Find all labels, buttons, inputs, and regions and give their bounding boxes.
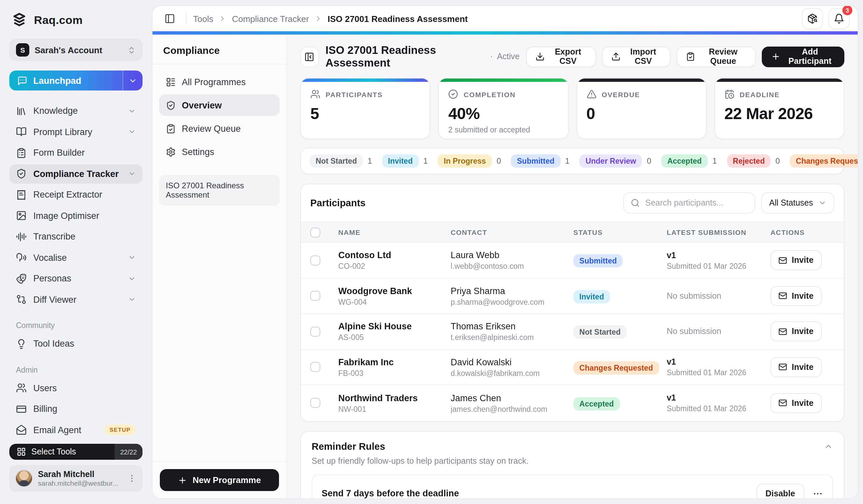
sidebar-item-receipt-extractor[interactable]: Receipt Extractor — [9, 185, 142, 204]
sidebar-item-transcribe[interactable]: Transcribe — [9, 227, 142, 246]
contact-name: Priya Sharma — [450, 286, 573, 296]
select-tools-main[interactable]: Select Tools — [9, 444, 114, 460]
export-csv-button[interactable]: Export CSV — [526, 46, 596, 67]
contact-email: l.webb@contoso.com — [450, 262, 573, 270]
sidebar-item-billing[interactable]: Billing — [9, 399, 142, 418]
sidebar-item-label: Image Optimiser — [33, 210, 136, 221]
search-input[interactable] — [645, 198, 748, 208]
sidebar-item-prompt-library[interactable]: Prompt Library — [9, 122, 142, 141]
chevron-down-icon — [818, 199, 826, 207]
status-pill: Changes Requested — [790, 154, 858, 168]
stat-value: 22 Mar 2026 — [725, 104, 835, 123]
status-summary-item[interactable]: In Progress0 — [438, 154, 501, 168]
chevron-right-icon — [314, 15, 322, 23]
select-all-checkbox[interactable] — [310, 227, 320, 237]
participant-code: AS-005 — [338, 334, 450, 342]
panel-item-settings[interactable]: Settings — [159, 141, 280, 162]
breadcrumb-compliance-tracker[interactable]: Compliance Tracker — [232, 14, 309, 24]
panel-item-all-programmes[interactable]: All Programmes — [159, 71, 280, 92]
select-tools-button[interactable]: Select Tools 22/22 — [9, 444, 142, 460]
section-admin: Admin — [9, 366, 142, 374]
table-header-row: NAME CONTACT STATUS LATEST SUBMISSION AC… — [301, 222, 844, 243]
sidebar-item-label: Personas — [33, 273, 121, 283]
main-canvas: Tools Compliance Tracker ISO 27001 Readi… — [152, 5, 858, 499]
table-row: Northwind TradersNW-001 James Chenjames.… — [301, 385, 844, 421]
package-search-button[interactable] — [802, 8, 823, 29]
breadcrumb-tools[interactable]: Tools — [193, 14, 213, 24]
row-checkbox[interactable] — [310, 327, 320, 337]
stat-card-deadline: DEADLINE 22 Mar 2026 — [714, 78, 845, 139]
sidebar-item-knowledge[interactable]: Knowledge — [9, 101, 142, 120]
sidebar-item-label: Form Builder — [33, 148, 136, 158]
sidebar-toggle-button[interactable] — [161, 9, 179, 28]
status-summary-item[interactable]: Rejected0 — [727, 154, 780, 168]
contact-email: d.kowalski@fabrikam.com — [450, 369, 573, 377]
panel-item-label: All Programmes — [182, 77, 246, 87]
sidebar-item-compliance-tracker[interactable]: Compliance Tracker — [9, 164, 142, 183]
status-count: 0 — [647, 156, 651, 166]
collapse-panel-button[interactable] — [300, 46, 319, 67]
sidebar-item-diff-viewer[interactable]: Diff Viewer — [9, 290, 142, 309]
invite-button[interactable]: Invite — [771, 393, 821, 413]
message-dots-icon — [17, 76, 27, 86]
row-checkbox[interactable] — [310, 291, 320, 301]
row-checkbox[interactable] — [310, 256, 320, 266]
invite-button[interactable]: Invite — [771, 322, 821, 342]
row-checkbox[interactable] — [310, 362, 320, 372]
chevron-up-icon[interactable] — [824, 441, 833, 451]
stat-label: COMPLETION — [464, 90, 516, 98]
ellipsis-icon[interactable] — [812, 488, 823, 498]
status-summary-item[interactable]: Invited1 — [382, 154, 428, 168]
add-participant-label: Add Participant — [785, 47, 835, 66]
launchpad-dropdown[interactable] — [123, 70, 142, 90]
contact-name: Laura Webb — [450, 250, 573, 260]
status-summary-item[interactable]: Accepted1 — [661, 154, 717, 168]
invite-button[interactable]: Invite — [771, 357, 821, 377]
status-summary-item[interactable]: Not Started1 — [310, 154, 372, 168]
sidebar-item-tool-ideas[interactable]: Tool Ideas — [9, 334, 142, 353]
account-switcher[interactable]: S Sarah's Account — [9, 39, 142, 61]
ellipsis-vertical-icon[interactable] — [127, 474, 137, 483]
avatar — [15, 470, 33, 487]
sidebar-item-form-builder[interactable]: Form Builder — [9, 143, 142, 162]
status-summary-item[interactable]: Changes Requested1 — [790, 154, 858, 168]
chevron-down-icon — [128, 107, 136, 115]
search-box[interactable] — [623, 192, 755, 214]
breadcrumb: Tools Compliance Tracker ISO 27001 Readi… — [193, 14, 468, 24]
row-checkbox[interactable] — [310, 398, 320, 408]
panel-item-overview[interactable]: Overview — [159, 94, 280, 116]
mail-icon — [778, 399, 787, 408]
disable-button[interactable]: Disable — [756, 483, 804, 498]
sidebar-item-label: Prompt Library — [33, 127, 121, 137]
sidebar-item-email-agent[interactable]: Email Agent SETUP — [9, 420, 142, 439]
participant-name: Contoso Ltd — [338, 250, 450, 260]
table-row: Woodgrove BankWG-004 Priya Sharmap.sharm… — [301, 279, 844, 314]
invite-button[interactable]: Invite — [771, 250, 821, 270]
invite-button[interactable]: Invite — [771, 286, 821, 306]
status-pill: Submitted — [511, 154, 560, 168]
sidebar-item-users[interactable]: Users — [9, 378, 142, 398]
sidebar-item-image-optimiser[interactable]: Image Optimiser — [9, 206, 142, 225]
status-summary-item[interactable]: Submitted1 — [511, 154, 570, 168]
contact-name: David Kowalski — [450, 357, 573, 367]
mail-icon — [778, 327, 787, 336]
user-menu[interactable]: Sarah Mitchell sarah.mitchell@westbur... — [9, 465, 142, 492]
plus-icon — [178, 475, 187, 485]
status-filter-select[interactable]: All Statuses — [761, 192, 834, 214]
sidebar-item-vocalise[interactable]: Vocalise — [9, 248, 142, 267]
stat-label: OVERDUE — [602, 90, 640, 98]
add-participant-button[interactable]: Add Participant — [761, 46, 845, 67]
programme-item[interactable]: ISO 27001 Readiness Assessment — [159, 175, 280, 206]
panel-item-review-queue[interactable]: Review Queue — [159, 118, 280, 139]
new-programme-button[interactable]: New Programme — [160, 469, 279, 491]
participants-title: Participants — [310, 198, 366, 208]
import-csv-button[interactable]: Import CSV — [602, 46, 671, 67]
status-count: 0 — [497, 156, 501, 166]
participant-code: NW-001 — [338, 405, 450, 413]
launchpad-main[interactable]: Launchpad — [9, 70, 123, 90]
launchpad-button[interactable]: Launchpad — [9, 70, 142, 90]
status-summary-item[interactable]: Under Review0 — [580, 154, 652, 168]
notifications-button[interactable]: 3 — [828, 8, 850, 29]
review-queue-button[interactable]: Review Queue — [677, 46, 756, 67]
sidebar-item-personas[interactable]: Personas — [9, 269, 142, 288]
